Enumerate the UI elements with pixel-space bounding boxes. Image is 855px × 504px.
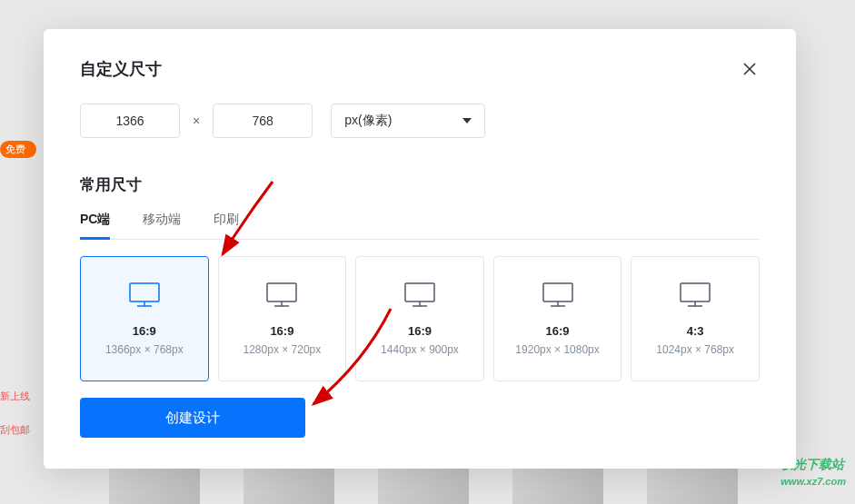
- monitor-icon: [266, 282, 297, 308]
- background-left-badges: 免费 新上线 刮包邮: [0, 141, 36, 437]
- times-symbol: ×: [193, 114, 200, 128]
- monitor-icon: [680, 282, 711, 308]
- size-dims: 1440px × 900px: [381, 343, 459, 356]
- size-dims: 1920px × 1080px: [515, 343, 599, 356]
- height-input[interactable]: [213, 104, 313, 138]
- svg-rect-0: [130, 283, 159, 301]
- tab-pc[interactable]: PC端: [80, 212, 110, 240]
- unit-select[interactable]: px(像素): [331, 104, 485, 138]
- close-button[interactable]: [740, 59, 760, 79]
- svg-rect-12: [681, 283, 710, 301]
- monitor-icon: [542, 282, 573, 308]
- modal-title: 自定义尺寸: [80, 58, 162, 80]
- close-icon: [742, 62, 757, 76]
- dimension-row: × px(像素): [80, 104, 760, 138]
- size-dims: 1024px × 768px: [656, 343, 734, 356]
- size-card-1024x768[interactable]: 4:3 1024px × 768px: [631, 256, 760, 381]
- size-card-1920x1080[interactable]: 16:9 1920px × 1080px: [493, 256, 622, 381]
- svg-rect-6: [405, 283, 434, 301]
- size-options-grid: 16:9 1366px × 768px 16:9 1280px × 720px …: [80, 256, 760, 381]
- custom-size-modal: 自定义尺寸 × px(像素) 常用尺寸 PC端 移动端 印刷 16:9 1366…: [44, 29, 796, 469]
- width-input[interactable]: [80, 104, 180, 138]
- size-card-1440x900[interactable]: 16:9 1440px × 900px: [355, 256, 484, 381]
- tab-mobile[interactable]: 移动端: [143, 212, 181, 240]
- size-ratio: 4:3: [687, 324, 704, 338]
- caret-down-icon: [462, 118, 472, 124]
- size-ratio: 16:9: [408, 324, 432, 338]
- tab-print[interactable]: 印刷: [214, 212, 239, 240]
- common-sizes-title: 常用尺寸: [80, 174, 760, 195]
- size-card-1280x720[interactable]: 16:9 1280px × 720px: [218, 256, 347, 381]
- free-shipping-label: 刮包邮: [0, 423, 36, 437]
- size-dims: 1280px × 720px: [244, 343, 322, 356]
- create-button-label: 创建设计: [165, 410, 220, 427]
- svg-rect-9: [543, 283, 572, 301]
- free-badge: 免费: [0, 141, 36, 158]
- size-ratio: 16:9: [270, 324, 293, 338]
- modal-header: 自定义尺寸: [80, 58, 760, 80]
- unit-select-label: px(像素): [344, 113, 392, 129]
- size-ratio: 16:9: [133, 324, 156, 338]
- size-ratio: 16:9: [546, 324, 570, 338]
- size-card-1366x768[interactable]: 16:9 1366px × 768px: [80, 256, 209, 381]
- svg-rect-3: [267, 283, 296, 301]
- size-dims: 1366px × 768px: [105, 343, 184, 356]
- device-tabs: PC端 移动端 印刷: [80, 212, 760, 240]
- monitor-icon: [129, 282, 160, 308]
- create-design-button[interactable]: 创建设计: [80, 398, 305, 438]
- new-online-label: 新上线: [0, 390, 36, 403]
- monitor-icon: [404, 282, 435, 308]
